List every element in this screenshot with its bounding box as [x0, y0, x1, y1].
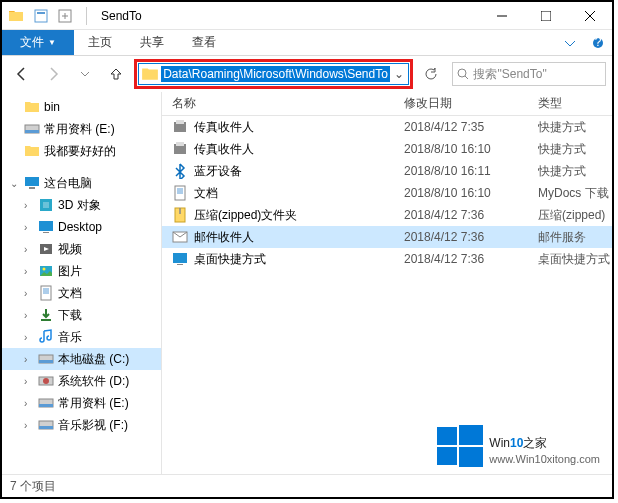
- col-type[interactable]: 类型: [538, 95, 612, 112]
- tree-item[interactable]: ›音乐影视 (F:): [2, 414, 161, 436]
- maximize-button[interactable]: [524, 2, 568, 30]
- svg-rect-9: [25, 177, 39, 186]
- tab-file[interactable]: 文件▼: [2, 30, 74, 55]
- tree-item[interactable]: ›本地磁盘 (C:): [2, 348, 161, 370]
- svg-rect-27: [176, 120, 184, 124]
- expander-icon[interactable]: ›: [24, 310, 34, 321]
- search-input[interactable]: 搜索"SendTo": [452, 62, 606, 86]
- watermark-url: www.Win10xitong.com: [489, 453, 600, 465]
- file-type: 快捷方式: [538, 141, 612, 158]
- nav-tree[interactable]: bin常用资料 (E:)我都要好好的 ⌄ 这台电脑 ›3D 对象›Desktop…: [2, 92, 162, 474]
- file-date: 2018/8/10 16:11: [404, 164, 538, 178]
- tree-label: bin: [44, 100, 60, 114]
- file-name: 压缩(zipped)文件夹: [194, 207, 297, 224]
- address-dropdown-button[interactable]: ⌄: [390, 67, 408, 81]
- file-type: 快捷方式: [538, 119, 612, 136]
- qat-properties-button[interactable]: [30, 5, 52, 27]
- window-title: SendTo: [97, 9, 142, 23]
- expander-icon[interactable]: ›: [24, 222, 34, 233]
- status-bar: 7 个项目: [2, 474, 612, 498]
- content-area: bin常用资料 (E:)我都要好好的 ⌄ 这台电脑 ›3D 对象›Desktop…: [2, 92, 612, 474]
- column-headers: 名称 修改日期 类型: [162, 92, 612, 116]
- svg-rect-23: [39, 404, 53, 407]
- ribbon-expand-button[interactable]: [556, 30, 584, 56]
- file-name: 文档: [194, 185, 218, 202]
- nav-up-button[interactable]: [103, 60, 131, 88]
- file-row[interactable]: 传真收件人 2018/8/10 16:10 快捷方式: [162, 138, 612, 160]
- titlebar-left: SendTo: [2, 5, 142, 27]
- svg-rect-0: [35, 10, 47, 22]
- tree-label: 文档: [58, 285, 82, 302]
- qat-newfolder-button[interactable]: [54, 5, 76, 27]
- tree-label: 本地磁盘 (C:): [58, 351, 129, 368]
- file-row[interactable]: 传真收件人 2018/4/12 7:35 快捷方式: [162, 116, 612, 138]
- tree-label: 音乐: [58, 329, 82, 346]
- tab-share[interactable]: 共享: [126, 30, 178, 55]
- file-list[interactable]: 名称 修改日期 类型 传真收件人 2018/4/12 7:35 快捷方式 传真收…: [162, 92, 612, 474]
- expander-icon[interactable]: ›: [24, 244, 34, 255]
- tree-label: 图片: [58, 263, 82, 280]
- file-row[interactable]: 文档 2018/8/10 16:10 MyDocs 下载: [162, 182, 612, 204]
- tab-view[interactable]: 查看: [178, 30, 230, 55]
- tree-item[interactable]: ›音乐: [2, 326, 161, 348]
- tree-item[interactable]: ›下载: [2, 304, 161, 326]
- pc-icon: [24, 175, 40, 191]
- ribbon-tabs: 文件▼ 主页 共享 查看 ?: [2, 30, 612, 56]
- file-date: 2018/4/12 7:36: [404, 252, 538, 266]
- tree-label: 音乐影视 (F:): [58, 417, 128, 434]
- expander-icon[interactable]: ›: [24, 200, 34, 211]
- svg-point-6: [458, 69, 466, 77]
- tree-item[interactable]: ›Desktop: [2, 216, 161, 238]
- col-date[interactable]: 修改日期: [404, 95, 538, 112]
- nav-back-button[interactable]: [8, 60, 36, 88]
- file-row[interactable]: 邮件收件人 2018/4/12 7:36 邮件服务: [162, 226, 612, 248]
- file-name: 桌面快捷方式: [194, 251, 266, 268]
- refresh-button[interactable]: [419, 62, 443, 86]
- address-bar[interactable]: Data\Roaming\Microsoft\Windows\SendTo ⌄: [138, 63, 409, 85]
- minimize-button[interactable]: [480, 2, 524, 30]
- expander-icon[interactable]: ›: [24, 288, 34, 299]
- expander-icon[interactable]: ›: [24, 354, 34, 365]
- expander-icon[interactable]: ›: [24, 266, 34, 277]
- expander-icon[interactable]: ›: [24, 376, 34, 387]
- close-button[interactable]: [568, 2, 612, 30]
- file-name: 蓝牙设备: [194, 163, 242, 180]
- nav-forward-button[interactable]: [40, 60, 68, 88]
- nav-history-button[interactable]: [71, 60, 99, 88]
- tab-home[interactable]: 主页: [74, 30, 126, 55]
- file-row[interactable]: 桌面快捷方式 2018/4/12 7:36 桌面快捷方式: [162, 248, 612, 270]
- search-placeholder: 搜索"SendTo": [473, 66, 546, 83]
- tree-item[interactable]: 常用资料 (E:): [2, 118, 161, 140]
- tree-item[interactable]: ›视频: [2, 238, 161, 260]
- nav-toolbar: Data\Roaming\Microsoft\Windows\SendTo ⌄ …: [2, 56, 612, 92]
- tree-this-pc[interactable]: ⌄ 这台电脑: [2, 172, 161, 194]
- svg-rect-8: [25, 130, 39, 133]
- expander-icon[interactable]: ›: [24, 398, 34, 409]
- file-date: 2018/4/12 7:36: [404, 208, 538, 222]
- quick-access-toolbar: [30, 5, 76, 27]
- separator: [86, 7, 87, 25]
- svg-rect-13: [43, 232, 49, 233]
- file-row[interactable]: 压缩(zipped)文件夹 2018/4/12 7:36 压缩(zipped): [162, 204, 612, 226]
- expander-icon[interactable]: ⌄: [10, 178, 20, 189]
- search-icon: [457, 68, 469, 80]
- tree-item[interactable]: ›3D 对象: [2, 194, 161, 216]
- tree-item[interactable]: ›系统软件 (D:): [2, 370, 161, 392]
- tree-label: 常用资料 (E:): [44, 121, 115, 138]
- tree-item[interactable]: ›图片: [2, 260, 161, 282]
- ribbon-help-button[interactable]: ?: [584, 30, 612, 56]
- expander-icon[interactable]: ›: [24, 420, 34, 431]
- address-path[interactable]: Data\Roaming\Microsoft\Windows\SendTo: [161, 66, 390, 82]
- file-row[interactable]: 蓝牙设备 2018/8/10 16:11 快捷方式: [162, 160, 612, 182]
- watermark: Win10之家 www.Win10xitong.com: [437, 423, 600, 469]
- tree-item[interactable]: bin: [2, 96, 161, 118]
- tree-item[interactable]: 我都要好好的: [2, 140, 161, 162]
- file-type: 快捷方式: [538, 163, 612, 180]
- tree-item[interactable]: ›常用资料 (E:): [2, 392, 161, 414]
- tree-item[interactable]: ›文档: [2, 282, 161, 304]
- svg-rect-3: [541, 11, 551, 21]
- svg-rect-29: [176, 142, 184, 146]
- file-name: 传真收件人: [194, 119, 254, 136]
- col-name[interactable]: 名称: [162, 95, 404, 112]
- expander-icon[interactable]: ›: [24, 332, 34, 343]
